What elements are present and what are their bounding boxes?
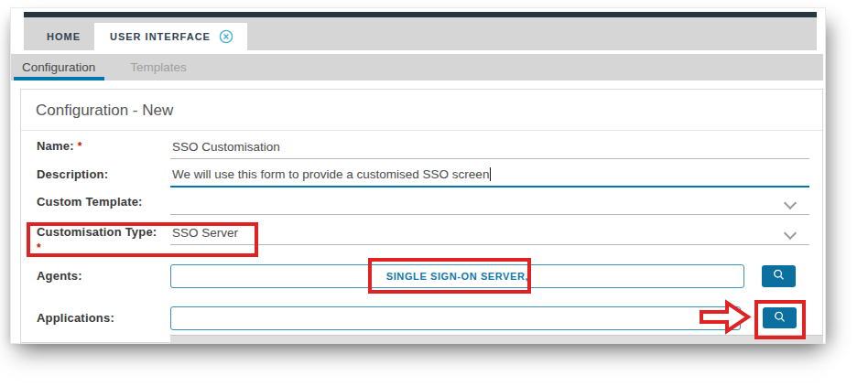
- applications-input[interactable]: [170, 306, 741, 330]
- subnav: Configuration Templates: [11, 54, 823, 80]
- name-input[interactable]: SSO Customisation: [170, 135, 809, 159]
- annotation-box-applications-search: [754, 300, 806, 339]
- annotation-box-agents-value: [368, 258, 531, 294]
- tab-user-interface[interactable]: USER INTERFACE: [96, 23, 247, 50]
- required-asterisk: *: [78, 140, 82, 153]
- search-icon: [772, 268, 786, 284]
- tab-home-label: HOME: [47, 31, 81, 42]
- annotation-box-customisation-type: [27, 222, 258, 257]
- description-value: We will use this form to provide a custo…: [172, 167, 489, 181]
- description-input[interactable]: We will use this form to provide a custo…: [170, 163, 809, 188]
- name-value: SSO Customisation: [172, 140, 280, 154]
- agents-label: Agents:: [37, 269, 82, 283]
- custom-template-select[interactable]: [170, 191, 809, 215]
- annotation-arrow-icon: [699, 299, 752, 338]
- chevron-down-icon[interactable]: [784, 197, 797, 209]
- description-label: Description:: [37, 167, 108, 181]
- app-window: HOME USER INTERFACE Configuration Templa…: [10, 7, 826, 344]
- page-title: Configuration - New: [36, 102, 173, 119]
- applications-label: Applications:: [37, 311, 114, 325]
- tab-user-interface-label: USER INTERFACE: [110, 31, 211, 42]
- custom-template-label: Custom Template:: [37, 195, 143, 209]
- screenshot-stage: HOME USER INTERFACE Configuration Templa…: [0, 0, 868, 386]
- text-caret: [490, 167, 491, 181]
- content-card: Configuration - New Name:* SSO Customisa…: [20, 89, 823, 343]
- tab-bar: HOME USER INTERFACE: [24, 17, 817, 50]
- close-icon[interactable]: [219, 29, 233, 44]
- subnav-item-configuration[interactable]: Configuration: [22, 60, 95, 74]
- subnav-item-templates[interactable]: Templates: [130, 60, 187, 74]
- active-tab-underline: [14, 77, 104, 80]
- page-title-row: Configuration - New: [21, 90, 822, 131]
- name-label: Name:*: [37, 139, 82, 153]
- customisation-type-select[interactable]: SSO Server: [170, 221, 809, 245]
- tab-home[interactable]: HOME: [33, 23, 94, 50]
- chevron-down-icon[interactable]: [784, 227, 797, 240]
- agents-search-button[interactable]: [762, 265, 796, 287]
